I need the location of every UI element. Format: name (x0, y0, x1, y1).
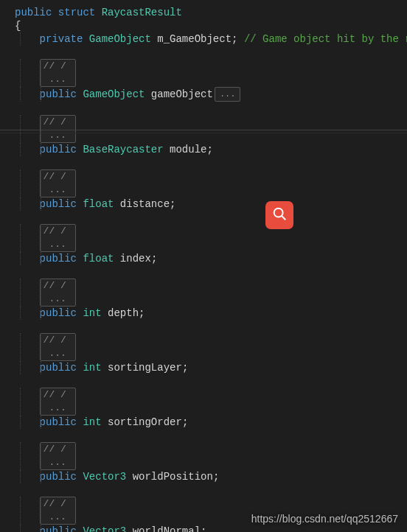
keyword-modifier: public (40, 88, 77, 100)
member-name: sortingLayer (108, 362, 182, 374)
collapsed-summary[interactable]: // / ... (40, 169, 76, 197)
collapsed-body[interactable]: ... (215, 87, 241, 102)
keyword-struct: struct (58, 7, 95, 18)
svg-point-0 (274, 209, 283, 217)
member-decl: public int depth; (0, 307, 407, 320)
blank-line (0, 265, 407, 279)
svg-line-1 (282, 216, 285, 220)
member-name: index (120, 253, 151, 265)
member-name: sortingOrder (108, 416, 182, 428)
struct-decl-line: public struct RaycastResult (0, 6, 407, 19)
member-decl: public float distance; (0, 197, 407, 211)
collapsed-summary[interactable]: // / ... (40, 388, 76, 416)
member-decl: public BaseRaycaster module; (0, 143, 407, 156)
member-name: worldPosition (133, 471, 213, 483)
member-name: depth (108, 307, 139, 319)
collapsed-summary[interactable]: // / ... (40, 115, 76, 143)
summary-line: // / ... (0, 59, 407, 87)
member-decl: public Vector3 worldNormal; (0, 525, 407, 532)
keyword-modifier: public (40, 307, 77, 319)
collapsed-summary[interactable]: // / ... (40, 442, 76, 470)
summary-line: // / ... (0, 388, 407, 416)
keyword-modifier: public (40, 471, 77, 483)
keyword-modifier: public (40, 144, 77, 155)
member-name: distance (120, 198, 170, 210)
keyword-modifier: public (40, 198, 77, 210)
summary-line: // / ... (0, 169, 407, 197)
field-m-gameobject: private GameObject m_GameObject; // Game… (0, 32, 407, 46)
summary-line: // / ... (0, 115, 407, 143)
summary-line: // / ... (0, 442, 407, 470)
keyword-modifier: public (40, 525, 77, 532)
member-decl: public GameObject gameObject... (0, 87, 407, 102)
field-name: m_GameObject (157, 33, 232, 45)
search-button[interactable] (265, 201, 293, 229)
member-type: int (83, 416, 101, 428)
member-decl: public Vector3 worldPosition; (0, 470, 407, 483)
collapsed-summary[interactable]: // / ... (40, 497, 76, 525)
blank-line (0, 156, 407, 169)
member-name: worldNormal (133, 525, 201, 532)
member-type: GameObject (83, 88, 145, 100)
blank-line (0, 211, 407, 224)
keyword-modifier: public (40, 416, 77, 428)
member-name: module (170, 144, 206, 155)
horizontal-rule-shadow (0, 133, 407, 133)
horizontal-rule (0, 130, 407, 130)
keyword-modifier: public (40, 253, 77, 265)
collapsed-summary[interactable]: // / ... (40, 279, 76, 307)
blank-line (0, 46, 407, 59)
member-type: Vector3 (83, 471, 126, 483)
brace-open: { (15, 20, 21, 32)
member-decl: public float index; (0, 252, 407, 265)
summary-line: // / ... (0, 279, 407, 307)
member-type: float (83, 198, 114, 210)
member-type: BaseRaycaster (83, 144, 163, 155)
summary-line: // / ... (0, 333, 407, 361)
blank-line (0, 102, 407, 115)
collapsed-summary[interactable]: // / ... (40, 59, 76, 87)
type-gameobject: GameObject (89, 33, 151, 45)
blank-line (0, 320, 407, 333)
member-decl: public int sortingOrder; (0, 416, 407, 429)
collapsed-summary[interactable]: // / ... (40, 224, 76, 252)
blank-line (0, 429, 407, 442)
blank-line (0, 483, 407, 497)
keyword-private: private (40, 33, 83, 45)
member-type: Vector3 (83, 525, 126, 532)
brace-open-line: { (0, 19, 407, 32)
member-type: int (83, 362, 101, 374)
blank-line (0, 374, 407, 388)
comment: // Game object hit by the raycast (244, 33, 407, 45)
search-icon (271, 206, 288, 225)
member-decl: public int sortingLayer; (0, 361, 407, 374)
collapsed-summary[interactable]: // / ... (40, 333, 76, 361)
keyword-modifier: public (40, 362, 77, 374)
member-type: float (83, 253, 114, 265)
member-type: int (83, 307, 101, 319)
type-name: RaycastResult (102, 7, 182, 18)
member-name: gameObject (151, 88, 213, 100)
code-editor: public struct RaycastResult { private Ga… (0, 0, 407, 532)
summary-line: // / ... (0, 224, 407, 252)
keyword-public: public (15, 7, 52, 18)
watermark: https://blog.csdn.net/qq2512667 (251, 513, 398, 525)
